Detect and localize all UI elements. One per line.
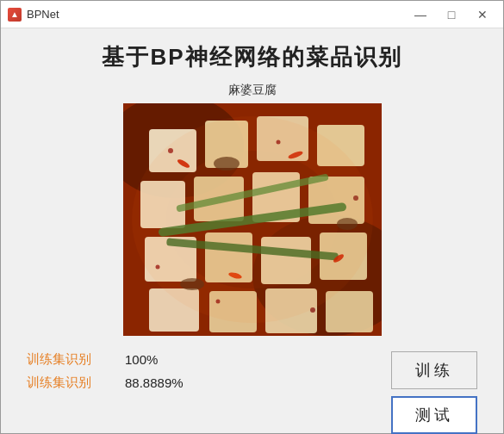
- stat-value-1: 100%: [125, 352, 158, 367]
- maximize-button[interactable]: □: [438, 3, 465, 27]
- page-title: 基于BP神经网络的菜品识别: [102, 42, 401, 72]
- stat-label-1: 训练集识别: [27, 351, 104, 368]
- app-icon: ▲: [8, 8, 22, 22]
- stat-row-2: 训练集识别 88.8889%: [27, 375, 184, 391]
- title-bar: ▲ BPNet — □ ✕: [1, 1, 503, 28]
- content-area: 基于BP神经网络的菜品识别 麻婆豆腐: [1, 28, 503, 434]
- stat-value-2: 88.8889%: [125, 375, 184, 390]
- minimize-button[interactable]: —: [407, 3, 434, 27]
- main-window: ▲ BPNet — □ ✕ 基于BP神经网络的菜品识别 麻婆豆腐: [0, 0, 504, 434]
- dish-label: 麻婆豆腐: [228, 83, 277, 98]
- stat-label-2: 训练集识别: [27, 375, 104, 391]
- window-title: BPNet: [27, 8, 407, 21]
- train-button[interactable]: 训练: [391, 351, 477, 389]
- close-button[interactable]: ✕: [469, 3, 496, 27]
- svg-point-36: [132, 116, 373, 323]
- food-image-container: [123, 103, 382, 336]
- stat-row-1: 训练集识别 100%: [27, 351, 184, 368]
- stats-section: 训练集识别 100% 训练集识别 88.8889%: [27, 351, 184, 391]
- buttons-section: 训练 测试: [391, 351, 477, 434]
- test-button[interactable]: 测试: [391, 396, 477, 434]
- svg-rect-19: [326, 291, 373, 332]
- bottom-section: 训练集识别 100% 训练集识别 88.8889% 训练 测试: [18, 351, 486, 434]
- food-image: [123, 103, 382, 336]
- window-controls: — □ ✕: [407, 3, 496, 27]
